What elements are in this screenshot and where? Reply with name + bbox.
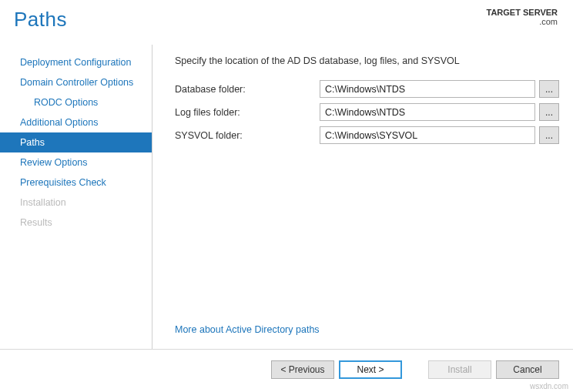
input-log-files-folder[interactable] [320,103,535,121]
sidebar-item-prerequisites-check[interactable]: Prerequisites Check [0,173,152,193]
row-database-folder: Database folder: ... [175,80,559,98]
page-title: Paths [14,8,67,32]
row-sysvol-folder: SYSVOL folder: ... [175,126,559,144]
instruction-text: Specify the location of the AD DS databa… [175,55,559,66]
target-server-name: .com [487,17,558,26]
label-log-files-folder: Log files folder: [175,107,320,118]
sidebar-item-paths[interactable]: Paths [0,132,152,152]
input-database-folder[interactable] [320,80,535,98]
browse-log-files-folder-button[interactable]: ... [539,103,559,121]
row-log-files-folder: Log files folder: ... [175,103,559,121]
label-database-folder: Database folder: [175,84,320,95]
browse-database-folder-button[interactable]: ... [539,80,559,98]
sidebar-item-domain-controller-options[interactable]: Domain Controller Options [0,72,152,92]
target-server-label: TARGET SERVER [487,8,558,17]
sidebar-item-installation: Installation [0,193,152,213]
next-button[interactable]: Next > [339,360,402,379]
input-sysvol-folder[interactable] [320,126,535,144]
sidebar-item-rodc-options[interactable]: RODC Options [0,92,152,112]
target-server-block: TARGET SERVER .com [487,8,558,26]
wizard-sidebar: Deployment Configuration Domain Controll… [0,45,152,349]
label-sysvol-folder: SYSVOL folder: [175,130,320,141]
sidebar-item-deployment-configuration[interactable]: Deployment Configuration [0,52,152,72]
sidebar-item-additional-options[interactable]: Additional Options [0,112,152,132]
cancel-button[interactable]: Cancel [496,360,559,379]
more-about-link[interactable]: More about Active Directory paths [175,324,559,335]
sidebar-item-review-options[interactable]: Review Options [0,152,152,173]
sidebar-item-results: Results [0,213,152,233]
install-button: Install [428,360,491,379]
previous-button[interactable]: < Previous [271,360,334,379]
wizard-footer: < Previous Next > Install Cancel [0,349,573,389]
main-panel: Specify the location of the AD DS databa… [153,45,573,349]
watermark: wsxdn.com [530,382,568,390]
browse-sysvol-folder-button[interactable]: ... [539,126,559,144]
